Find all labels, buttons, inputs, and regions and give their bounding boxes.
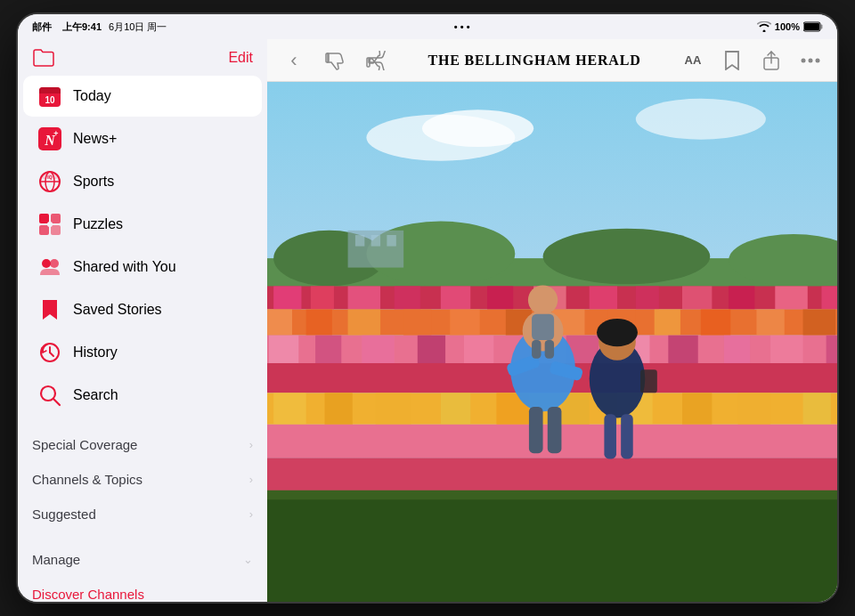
content-area: ‹ The Belli (267, 39, 837, 602)
status-date: 6月10日 周一 (109, 20, 167, 34)
svg-rect-57 (729, 286, 754, 309)
manage-section[interactable]: Manage ⌄ (18, 542, 267, 577)
svg-rect-92 (441, 393, 470, 424)
svg-point-31 (809, 58, 813, 62)
svg-point-30 (802, 58, 806, 62)
share-button[interactable] (759, 48, 784, 73)
like-button[interactable] (363, 48, 388, 73)
font-size-button[interactable]: AA (680, 48, 705, 73)
wifi-icon (757, 21, 771, 32)
sidebar: Edit 10 Today (18, 39, 267, 602)
battery-icon (803, 21, 823, 32)
special-coverage-section[interactable]: Special Coverage › (18, 427, 267, 462)
sports-icon: IQ (37, 169, 62, 194)
svg-rect-85 (826, 336, 837, 363)
svg-point-36 (636, 99, 766, 140)
publication-name: The Bellingham Herald (428, 53, 640, 69)
back-button[interactable]: ‹ (281, 48, 306, 73)
svg-rect-83 (724, 336, 750, 363)
channels-topics-label: Channels & Topics (32, 472, 142, 487)
saved-label: Saved Stories (73, 302, 162, 318)
dislike-icon (325, 51, 345, 70)
svg-line-24 (50, 353, 53, 356)
dislike-button[interactable] (322, 48, 347, 73)
sidebar-item-search[interactable]: Search (23, 375, 262, 416)
svg-rect-1 (804, 23, 819, 30)
chevron-right-icon: › (249, 438, 253, 451)
folder-icon (32, 48, 57, 68)
svg-rect-71 (756, 310, 784, 336)
svg-rect-97 (738, 393, 771, 424)
shared-label: Shared with You (73, 259, 176, 275)
sidebar-item-puzzles[interactable]: Puzzles (23, 204, 262, 245)
svg-rect-65 (450, 310, 479, 336)
svg-point-21 (50, 259, 59, 268)
status-center: • • • (454, 21, 470, 32)
svg-rect-52 (487, 286, 513, 309)
sidebar-item-saved[interactable]: Saved Stories (23, 289, 262, 330)
history-icon (37, 340, 62, 365)
svg-point-35 (422, 109, 533, 147)
svg-rect-120 (267, 499, 837, 602)
svg-text:IQ: IQ (47, 174, 52, 180)
svg-point-19 (47, 222, 53, 227)
svg-rect-76 (362, 336, 395, 363)
more-icon (801, 58, 820, 63)
status-bar: 邮件 上午9:41 6月10日 周一 • • • 100% (18, 14, 837, 39)
discover-channels-link[interactable]: Discover Channels (18, 579, 267, 602)
newsplus-label: News+ (73, 131, 117, 147)
svg-rect-18 (51, 225, 61, 235)
chevron-down-icon: ⌄ (243, 553, 253, 566)
svg-line-26 (53, 399, 60, 405)
article-toolbar: ‹ The Belli (267, 39, 837, 82)
puzzles-label: Puzzles (73, 216, 123, 232)
svg-point-40 (543, 229, 711, 285)
toolbar-right: AA (680, 48, 823, 73)
svg-point-20 (42, 259, 51, 268)
suggested-section[interactable]: Suggested › (18, 497, 267, 531)
svg-rect-55 (636, 286, 659, 309)
toolbar-left: ‹ (281, 48, 388, 73)
status-mail: 邮件 (32, 20, 52, 34)
svg-rect-90 (325, 393, 353, 424)
sidebar-item-history[interactable]: History (23, 332, 262, 373)
svg-rect-64 (403, 310, 431, 336)
article-image (267, 82, 837, 602)
svg-rect-45 (387, 235, 395, 247)
sidebar-item-shared[interactable]: Shared with You (23, 247, 262, 288)
svg-rect-58 (775, 286, 808, 309)
svg-point-115 (597, 319, 638, 346)
manage-links: Discover Channels Notifications & Email … (18, 577, 267, 602)
puzzles-icon (37, 212, 62, 237)
svg-rect-78 (464, 336, 493, 363)
svg-rect-96 (682, 393, 712, 424)
sidebar-item-today[interactable]: 10 Today (23, 76, 262, 117)
special-coverage-label: Special Coverage (32, 437, 137, 452)
manage-label: Manage (32, 552, 80, 567)
sidebar-header: Edit (18, 39, 267, 75)
svg-rect-98 (803, 393, 831, 424)
svg-rect-48 (311, 286, 334, 309)
svg-rect-89 (273, 393, 306, 424)
status-right: 100% (757, 21, 823, 32)
svg-rect-100 (267, 458, 837, 493)
svg-rect-16 (51, 214, 61, 223)
today-label: Today (73, 88, 111, 104)
svg-rect-51 (441, 286, 470, 309)
bookmark-button[interactable] (720, 48, 745, 73)
status-dots: • • • (454, 21, 470, 32)
svg-rect-69 (655, 310, 680, 336)
edit-button[interactable]: Edit (228, 50, 253, 66)
svg-rect-72 (803, 310, 836, 336)
search-label: Search (73, 387, 118, 403)
svg-rect-15 (39, 214, 49, 223)
sidebar-item-sports[interactable]: IQ Sports (23, 161, 262, 202)
channels-topics-section[interactable]: Channels & Topics › (18, 462, 267, 497)
svg-point-32 (816, 58, 820, 62)
svg-rect-105 (529, 407, 543, 453)
sidebar-item-newsplus[interactable]: N + News+ (23, 118, 262, 159)
more-options-button[interactable] (798, 48, 823, 73)
sports-label: Sports (73, 174, 114, 190)
svg-rect-91 (376, 393, 411, 424)
search-nav-icon (37, 383, 62, 408)
